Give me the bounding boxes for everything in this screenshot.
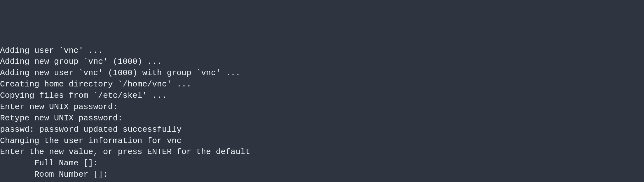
field-work-phone: Work Phone []: (0, 180, 644, 182)
output-line: Creating home directory `/home/vnc' ... (0, 79, 644, 90)
output-line: Changing the user information for vnc (0, 135, 644, 147)
field-full-name: Full Name []: (0, 158, 644, 169)
terminal-output[interactable]: Adding user `vnc' ...Adding new group `v… (0, 45, 644, 182)
output-line: Copying files from `/etc/skel' ... (0, 90, 644, 102)
field-room-number: Room Number []: (0, 169, 644, 180)
output-line: Adding new user `vnc' (1000) with group … (0, 68, 644, 79)
password-prompt: Enter new UNIX password: (0, 102, 644, 113)
output-line: passwd: password updated successfully (0, 124, 644, 135)
output-line: Enter the new value, or press ENTER for … (0, 146, 644, 158)
output-line: Adding user `vnc' ... (0, 45, 644, 57)
output-line: Adding new group `vnc' (1000) ... (0, 56, 644, 68)
password-retype-prompt: Retype new UNIX password: (0, 113, 644, 124)
